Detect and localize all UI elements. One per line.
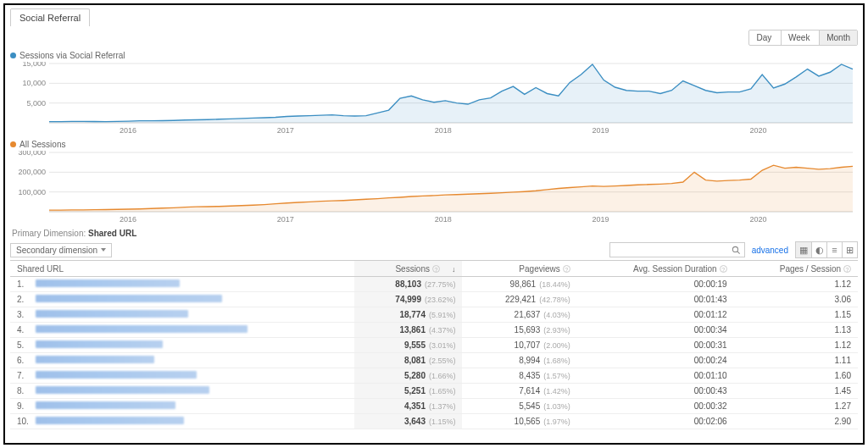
- search-input[interactable]: [609, 242, 745, 257]
- row-sessions: 5,251(1.65%): [354, 384, 462, 399]
- row-sessions: 9,555(3.01%): [354, 338, 462, 353]
- table-row[interactable]: 1.88,103(27.75%)98,861(18.44%)00:00:191.…: [10, 277, 858, 292]
- svg-text:2016: 2016: [120, 215, 136, 224]
- svg-text:2019: 2019: [593, 215, 609, 224]
- row-duration: 00:00:31: [577, 338, 734, 353]
- col-duration-label: Avg. Session Duration: [633, 264, 717, 274]
- row-url[interactable]: [36, 384, 354, 399]
- table-controls: Secondary dimension advanced ▦ ◐ ≡ ⊞: [10, 241, 858, 258]
- row-pageviews: 8,994(1.68%): [462, 353, 576, 368]
- row-pageviews: 21,637(4.03%): [462, 307, 576, 323]
- redacted-url: [36, 356, 154, 363]
- row-url[interactable]: [36, 399, 354, 414]
- primary-dimension-value[interactable]: Shared URL: [88, 229, 136, 238]
- view-bar-icon[interactable]: ≡: [826, 242, 842, 257]
- table-row[interactable]: 8.5,251(1.65%)7,614(1.42%)00:00:431.45: [10, 384, 858, 399]
- row-sessions: 4,351(1.37%): [354, 399, 462, 414]
- row-url[interactable]: [36, 368, 354, 384]
- col-shared-url[interactable]: Shared URL: [10, 261, 354, 277]
- row-url[interactable]: [36, 307, 354, 323]
- row-url[interactable]: [36, 414, 354, 429]
- row-index: 4.: [10, 323, 36, 338]
- row-pps: 1.27: [734, 399, 858, 414]
- table-row[interactable]: 4.13,861(4.37%)15,693(2.93%)00:00:341.13: [10, 323, 858, 338]
- view-table-icon[interactable]: ▦: [796, 242, 811, 257]
- row-url[interactable]: [36, 277, 354, 292]
- svg-text:2018: 2018: [435, 215, 452, 224]
- row-pps: 1.15: [734, 307, 858, 323]
- col-pageviews[interactable]: Pageviews?: [462, 261, 576, 277]
- svg-text:5,000: 5,000: [26, 99, 46, 108]
- view-pivot-icon[interactable]: ⊞: [842, 242, 857, 257]
- row-pageviews: 8,435(1.57%): [462, 368, 576, 384]
- row-url[interactable]: [36, 292, 354, 307]
- time-grain-toggle: Day Week Month: [748, 30, 858, 46]
- table-row[interactable]: 10.3,643(1.15%)10,565(1.97%)00:02:062.90: [10, 414, 858, 429]
- svg-text:2016: 2016: [120, 126, 136, 135]
- help-icon[interactable]: ?: [563, 265, 570, 273]
- table-row[interactable]: 9.4,351(1.37%)5,545(1.03%)00:00:321.27: [10, 399, 858, 414]
- row-sessions: 5,280(1.66%): [354, 368, 462, 384]
- redacted-url: [36, 340, 163, 348]
- help-icon[interactable]: ?: [432, 265, 440, 273]
- row-index: 1.: [10, 277, 36, 292]
- row-pps: 1.12: [734, 338, 858, 353]
- row-pageviews: 10,707(2.00%): [462, 338, 576, 353]
- row-index: 7.: [10, 368, 36, 384]
- table-body: 1.88,103(27.75%)98,861(18.44%)00:00:191.…: [10, 277, 858, 429]
- analytics-panel: Social Referral Day Week Month Sessions …: [3, 3, 865, 445]
- row-duration: 00:00:32: [577, 399, 734, 414]
- row-index: 5.: [10, 338, 36, 353]
- row-duration: 00:00:24: [577, 353, 734, 368]
- table-row[interactable]: 2.74,999(23.62%)229,421(42.78%)00:01:433…: [10, 292, 858, 307]
- row-pageviews: 98,861(18.44%): [462, 277, 576, 292]
- col-duration[interactable]: Avg. Session Duration?: [577, 261, 734, 277]
- col-sessions[interactable]: Sessions?↓: [354, 261, 462, 277]
- row-pps: 2.90: [734, 414, 858, 429]
- view-pie-icon[interactable]: ◐: [811, 242, 826, 257]
- help-icon[interactable]: ?: [843, 265, 851, 273]
- redacted-url: [36, 310, 188, 318]
- row-url[interactable]: [36, 323, 354, 338]
- search-icon: [732, 246, 741, 255]
- redacted-url: [36, 325, 248, 333]
- row-pps: 1.45: [734, 384, 858, 399]
- row-url[interactable]: [36, 353, 354, 368]
- toggle-week[interactable]: Week: [781, 30, 816, 45]
- tab-social-referral[interactable]: Social Referral: [10, 8, 90, 26]
- chart-all-svg: 100,000200,000300,0002016201720182019202…: [10, 151, 858, 224]
- toggle-month[interactable]: Month: [819, 30, 857, 45]
- row-sessions: 13,861(4.37%): [354, 323, 462, 338]
- table-row[interactable]: 6.8,081(2.55%)8,994(1.68%)00:00:241.11: [10, 353, 858, 368]
- data-table: Shared URL Sessions?↓ Pageviews? Avg. Se…: [10, 260, 858, 429]
- svg-text:300,000: 300,000: [18, 151, 46, 157]
- tabs-bar: Social Referral: [10, 8, 858, 26]
- table-row[interactable]: 7.5,280(1.66%)8,435(1.57%)00:01:101.60: [10, 368, 858, 384]
- advanced-link[interactable]: advanced: [752, 246, 788, 255]
- row-sessions: 18,774(5.91%): [354, 307, 462, 323]
- secondary-dimension-dropdown[interactable]: Secondary dimension: [10, 243, 112, 257]
- table-row[interactable]: 5.9,555(3.01%)10,707(2.00%)00:00:311.12: [10, 338, 858, 353]
- svg-text:2017: 2017: [277, 215, 294, 224]
- help-icon[interactable]: ?: [720, 265, 727, 273]
- row-url[interactable]: [36, 338, 354, 353]
- toggle-day[interactable]: Day: [749, 30, 778, 45]
- row-pageviews: 5,545(1.03%): [462, 399, 576, 414]
- col-pageviews-label: Pageviews: [519, 264, 559, 274]
- chart-all-sessions: All Sessions 100,000200,000300,000201620…: [10, 140, 858, 224]
- view-mode-buttons: ▦ ◐ ≡ ⊞: [795, 241, 858, 258]
- row-pageviews: 7,614(1.42%): [462, 384, 576, 399]
- svg-text:15,000: 15,000: [22, 62, 46, 68]
- legend-social-label: Sessions via Social Referral: [19, 51, 125, 60]
- redacted-url: [36, 401, 175, 409]
- col-pps[interactable]: Pages / Session?: [734, 261, 858, 277]
- redacted-url: [36, 386, 209, 394]
- table-row[interactable]: 3.18,774(5.91%)21,637(4.03%)00:01:121.15: [10, 307, 858, 323]
- primary-dimension-label: Primary Dimension:: [12, 229, 86, 238]
- redacted-url: [36, 417, 184, 424]
- row-pageviews: 15,693(2.93%): [462, 323, 576, 338]
- row-duration: 00:00:34: [577, 323, 734, 338]
- svg-text:200,000: 200,000: [18, 168, 46, 176]
- col-pps-label: Pages / Session: [780, 264, 841, 274]
- svg-text:2020: 2020: [749, 126, 766, 135]
